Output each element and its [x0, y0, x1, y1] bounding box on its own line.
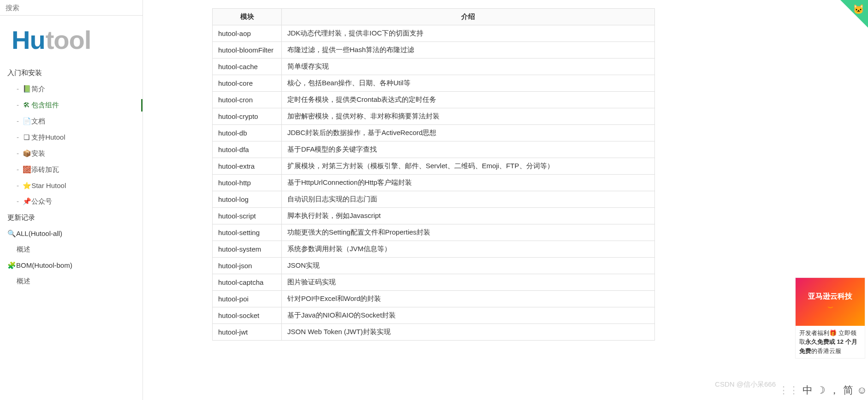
cell-module: hutool-core [213, 75, 282, 92]
table-row: hutool-socket基于Java的NIO和AIO的Socket封装 [213, 307, 655, 324]
nav-item-label: 添砖加瓦 [31, 165, 59, 173]
main-content: 模块 介绍 hutool-aopJDK动态代理封装，提供非IOC下的切面支持hu… [143, 0, 868, 400]
nav-section-changelog[interactable]: 更新记录 [0, 210, 143, 226]
nav-item-label: 支持Hutool [31, 133, 65, 141]
cell-desc: JDK动态代理封装，提供非IOC下的切面支持 [282, 25, 655, 42]
cell-module: hutool-jwt [213, 324, 282, 341]
logo: Hutool [0, 16, 143, 63]
ime-sep-icon: ⋮⋮ [779, 384, 799, 396]
cell-module: hutool-cache [213, 59, 282, 75]
sidebar-item-0[interactable]: - 📗简介 [0, 81, 143, 97]
ad-line2: 的香港云服 [811, 347, 841, 354]
cell-module: hutool-extra [213, 158, 282, 175]
cell-module: hutool-json [213, 258, 282, 274]
cell-module: hutool-aop [213, 25, 282, 42]
table-row: hutool-crypto加密解密模块，提供对称、非对称和摘要算法封装 [213, 108, 655, 125]
logo-h: H [12, 25, 30, 54]
nav-item-label: Star Hutool [31, 182, 66, 189]
nav: 入门和安装 - 📗简介- 🛠包含组件- 📄文档- ❑支持Hutool- 📦安装-… [0, 63, 143, 400]
watermark: CSDN @信小呆666 [715, 380, 776, 389]
sidebar-item-7[interactable]: - 📌公众号 [0, 194, 143, 210]
cell-module: hutool-captcha [213, 274, 282, 291]
table-row: hutool-dfa基于DFA模型的多关键字查找 [213, 141, 655, 158]
nav-item-label: 文档 [31, 117, 45, 125]
ime-jian[interactable]: 简 [843, 383, 853, 397]
sidebar-item-4[interactable]: - 📦安装 [0, 146, 143, 162]
cell-desc: 简单缓存实现 [282, 59, 655, 75]
nav-item-icon: 🛠 [23, 101, 30, 109]
search-icon: 🔍 [7, 229, 15, 238]
github-icon[interactable]: 🐱 [853, 4, 864, 15]
moon-icon[interactable]: ☽ [816, 384, 826, 396]
nav-section-intro[interactable]: 入门和安装 [0, 65, 143, 81]
nav-item-icon: 📗 [23, 85, 30, 93]
ad-text: 开发者福利🎁 立即领取永久免费或 12 个月免费的香港云服 [796, 326, 865, 359]
logo-rest: tool [46, 25, 91, 54]
table-row: hutool-script脚本执行封装，例如Javascript [213, 208, 655, 224]
sidebar-item-3[interactable]: - ❑支持Hutool [0, 129, 143, 146]
dash: - [17, 149, 21, 157]
table-row: hutool-log自动识别日志实现的日志门面 [213, 191, 655, 208]
search-input[interactable] [6, 3, 137, 12]
nav-item-icon: 📌 [23, 197, 30, 206]
nav-section-bom[interactable]: 🧩BOM(Hutool-bom) [0, 258, 143, 273]
sidebar-item-bom-0[interactable]: 概述 [0, 273, 143, 289]
cell-desc: 布隆过滤，提供一些Hash算法的布隆过滤 [282, 42, 655, 59]
nav-item-label: 概述 [17, 245, 30, 253]
ime-bar: ⋮⋮ 中 ☽ ， 简 ☺ [779, 383, 867, 397]
cell-desc: JSON Web Token (JWT)封装实现 [282, 324, 655, 341]
table-row: hutool-system系统参数调用封装（JVM信息等） [213, 241, 655, 258]
cell-desc: 图片验证码实现 [282, 274, 655, 291]
gift-icon: 🎁 [829, 329, 837, 336]
ime-comma[interactable]: ， [829, 383, 839, 397]
logo-u: u [30, 25, 45, 54]
table-row: hutool-core核心，包括Bean操作、日期、各种Util等 [213, 75, 655, 92]
nav-section-bom-label: BOM(Hutool-bom) [16, 261, 72, 269]
cell-module: hutool-script [213, 208, 282, 224]
nav-item-icon: 📄 [23, 117, 30, 125]
table-row: hutool-extra扩展模块，对第三方封装（模板引擎、邮件、Servlet、… [213, 158, 655, 175]
nav-section-all[interactable]: 🔍ALL(Hutool-all) [0, 226, 143, 241]
table-row: hutool-aopJDK动态代理封装，提供非IOC下的切面支持 [213, 25, 655, 42]
nav-item-icon: 🧱 [23, 165, 30, 174]
sidebar-item-1[interactable]: - 🛠包含组件 [0, 97, 143, 113]
table-row: hutool-dbJDBC封装后的数据操作，基于ActiveRecord思想 [213, 125, 655, 141]
sidebar-item-5[interactable]: - 🧱添砖加瓦 [0, 162, 143, 178]
dash: - [17, 197, 21, 205]
cell-desc: JDBC封装后的数据操作，基于ActiveRecord思想 [282, 125, 655, 141]
smile-icon[interactable]: ☺ [857, 384, 867, 396]
dash: - [17, 101, 21, 109]
sidebar: Hutool 入门和安装 - 📗简介- 🛠包含组件- 📄文档- ❑支持Hutoo… [0, 0, 143, 400]
cell-module: hutool-socket [213, 307, 282, 324]
puzzle-icon: 🧩 [7, 261, 15, 270]
module-table: 模块 介绍 hutool-aopJDK动态代理封装，提供非IOC下的切面支持hu… [212, 8, 655, 341]
cell-desc: 功能更强大的Setting配置文件和Properties封装 [282, 224, 655, 241]
table-row: hutool-http基于HttpUrlConnection的Http客户端封装 [213, 175, 655, 191]
cell-module: hutool-log [213, 191, 282, 208]
nav-item-label: 包含组件 [31, 101, 59, 109]
nav-item-label: 公众号 [31, 197, 52, 205]
cell-module: hutool-bloomFilter [213, 42, 282, 59]
table-row: hutool-cache简单缓存实现 [213, 59, 655, 75]
cell-module: hutool-cron [213, 92, 282, 108]
ad-image: 亚马逊云科技 ⌣ [796, 278, 865, 326]
cell-module: hutool-crypto [213, 108, 282, 125]
sidebar-item-6[interactable]: - ⭐Star Hutool [0, 178, 143, 194]
ad-box[interactable]: 亚马逊云科技 ⌣ 开发者福利🎁 立即领取永久免费或 12 个月免费的香港云服 [795, 277, 865, 359]
cell-desc: 基于Java的NIO和AIO的Socket封装 [282, 307, 655, 324]
dash: - [17, 133, 21, 141]
sidebar-item-2[interactable]: - 📄文档 [0, 113, 143, 129]
nav-item-label: 概述 [17, 277, 30, 285]
sidebar-item-all-0[interactable]: 概述 [0, 241, 143, 258]
cell-desc: 针对POI中Excel和Word的封装 [282, 291, 655, 307]
cell-desc: 定时任务模块，提供类Crontab表达式的定时任务 [282, 92, 655, 108]
th-module: 模块 [213, 9, 282, 25]
cell-desc: 自动识别日志实现的日志门面 [282, 191, 655, 208]
dash: - [17, 182, 21, 189]
nav-item-label: 简介 [31, 85, 45, 93]
table-row: hutool-bloomFilter布隆过滤，提供一些Hash算法的布隆过滤 [213, 42, 655, 59]
dash: - [17, 85, 21, 93]
th-desc: 介绍 [282, 9, 655, 25]
nav-item-icon: ❑ [23, 133, 30, 141]
ime-zh[interactable]: 中 [803, 383, 813, 397]
